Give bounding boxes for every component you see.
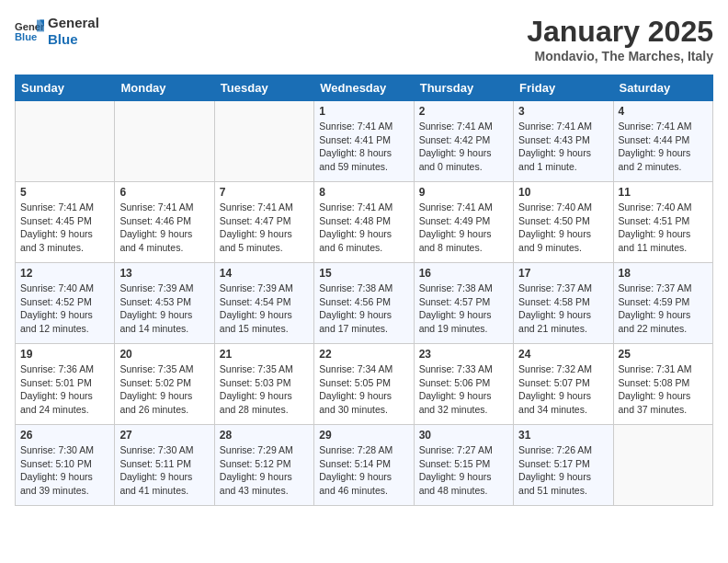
title-block: January 2025 Mondavio, The Marches, Ital… (527, 15, 713, 63)
calendar-day-25: 25Sunrise: 7:31 AMSunset: 5:08 PMDayligh… (613, 344, 712, 425)
day-number: 10 (518, 186, 608, 199)
calendar-table: SundayMondayTuesdayWednesdayThursdayFrid… (15, 75, 713, 506)
calendar-day-14: 14Sunrise: 7:39 AMSunset: 4:54 PMDayligh… (214, 263, 313, 344)
day-number: 1 (319, 105, 408, 118)
logo-blue: Blue (48, 31, 99, 48)
calendar-day-4: 4Sunrise: 7:41 AMSunset: 4:44 PMDaylight… (613, 101, 712, 182)
day-number: 23 (419, 348, 508, 361)
calendar-day-21: 21Sunrise: 7:35 AMSunset: 5:03 PMDayligh… (214, 344, 313, 425)
day-number: 2 (419, 105, 508, 118)
day-number: 21 (220, 348, 309, 361)
day-number: 16 (419, 267, 508, 280)
day-number: 4 (619, 105, 708, 118)
day-number: 24 (518, 348, 608, 361)
day-info: Sunrise: 7:41 AMSunset: 4:42 PMDaylight:… (419, 120, 508, 174)
calendar-day-17: 17Sunrise: 7:37 AMSunset: 4:58 PMDayligh… (514, 263, 613, 344)
day-number: 22 (319, 348, 408, 361)
calendar-day-7: 7Sunrise: 7:41 AMSunset: 4:47 PMDaylight… (214, 182, 313, 263)
day-info: Sunrise: 7:28 AMSunset: 5:14 PMDaylight:… (319, 443, 408, 498)
weekday-header-sunday: Sunday (16, 75, 115, 101)
day-info: Sunrise: 7:41 AMSunset: 4:48 PMDaylight:… (319, 201, 408, 255)
calendar-week-1: 1Sunrise: 7:41 AMSunset: 4:41 PMDaylight… (16, 101, 713, 182)
calendar-day-23: 23Sunrise: 7:33 AMSunset: 5:06 PMDayligh… (414, 344, 513, 425)
calendar-week-4: 19Sunrise: 7:36 AMSunset: 5:01 PMDayligh… (16, 344, 713, 425)
day-number: 3 (518, 105, 608, 118)
day-number: 13 (119, 267, 209, 280)
day-info: Sunrise: 7:33 AMSunset: 5:06 PMDaylight:… (419, 362, 508, 417)
weekday-header-tuesday: Tuesday (214, 75, 313, 101)
day-info: Sunrise: 7:37 AMSunset: 4:58 PMDaylight:… (518, 282, 608, 336)
calendar-day-19: 19Sunrise: 7:36 AMSunset: 5:01 PMDayligh… (16, 344, 115, 425)
day-info: Sunrise: 7:36 AMSunset: 5:01 PMDaylight:… (20, 362, 109, 417)
calendar-day-22: 22Sunrise: 7:34 AMSunset: 5:05 PMDayligh… (314, 344, 414, 425)
weekday-header-saturday: Saturday (613, 75, 712, 101)
calendar-day-24: 24Sunrise: 7:32 AMSunset: 5:07 PMDayligh… (514, 344, 613, 425)
day-number: 7 (220, 186, 309, 199)
day-number: 18 (619, 267, 708, 280)
empty-day (214, 101, 313, 182)
calendar-day-16: 16Sunrise: 7:38 AMSunset: 4:57 PMDayligh… (414, 263, 513, 344)
month-title: January 2025 (527, 15, 713, 49)
calendar-day-20: 20Sunrise: 7:35 AMSunset: 5:02 PMDayligh… (115, 344, 214, 425)
weekday-header-thursday: Thursday (414, 75, 513, 101)
calendar-day-12: 12Sunrise: 7:40 AMSunset: 4:52 PMDayligh… (16, 263, 115, 344)
day-number: 30 (419, 429, 508, 442)
day-info: Sunrise: 7:38 AMSunset: 4:56 PMDaylight:… (319, 282, 408, 336)
day-info: Sunrise: 7:40 AMSunset: 4:51 PMDaylight:… (619, 201, 708, 255)
day-info: Sunrise: 7:39 AMSunset: 4:54 PMDaylight:… (220, 282, 309, 336)
calendar-day-9: 9Sunrise: 7:41 AMSunset: 4:49 PMDaylight… (414, 182, 513, 263)
day-number: 11 (619, 186, 708, 199)
calendar-day-15: 15Sunrise: 7:38 AMSunset: 4:56 PMDayligh… (314, 263, 414, 344)
calendar-week-5: 26Sunrise: 7:30 AMSunset: 5:10 PMDayligh… (16, 425, 713, 506)
day-info: Sunrise: 7:35 AMSunset: 5:02 PMDaylight:… (119, 362, 209, 417)
day-info: Sunrise: 7:41 AMSunset: 4:47 PMDaylight:… (220, 201, 309, 255)
calendar-day-10: 10Sunrise: 7:40 AMSunset: 4:50 PMDayligh… (514, 182, 613, 263)
calendar-day-26: 26Sunrise: 7:30 AMSunset: 5:10 PMDayligh… (16, 425, 115, 506)
day-number: 31 (518, 429, 608, 442)
day-number: 5 (20, 186, 109, 199)
day-number: 27 (119, 429, 209, 442)
calendar-week-2: 5Sunrise: 7:41 AMSunset: 4:45 PMDaylight… (16, 182, 713, 263)
day-number: 19 (20, 348, 109, 361)
header: General Blue General Blue January 2025 M… (15, 15, 713, 63)
day-number: 20 (119, 348, 209, 361)
day-info: Sunrise: 7:41 AMSunset: 4:43 PMDaylight:… (518, 120, 608, 174)
location-subtitle: Mondavio, The Marches, Italy (527, 49, 713, 63)
logo-icon: General Blue (15, 18, 44, 44)
day-info: Sunrise: 7:35 AMSunset: 5:03 PMDaylight:… (220, 362, 309, 417)
day-info: Sunrise: 7:41 AMSunset: 4:49 PMDaylight:… (419, 201, 508, 255)
calendar-day-27: 27Sunrise: 7:30 AMSunset: 5:11 PMDayligh… (115, 425, 214, 506)
logo: General Blue General Blue (15, 15, 99, 48)
calendar-week-3: 12Sunrise: 7:40 AMSunset: 4:52 PMDayligh… (16, 263, 713, 344)
calendar-header: SundayMondayTuesdayWednesdayThursdayFrid… (16, 75, 713, 101)
calendar-day-30: 30Sunrise: 7:27 AMSunset: 5:15 PMDayligh… (414, 425, 513, 506)
day-number: 14 (220, 267, 309, 280)
day-info: Sunrise: 7:27 AMSunset: 5:15 PMDaylight:… (419, 443, 508, 498)
calendar-day-1: 1Sunrise: 7:41 AMSunset: 4:41 PMDaylight… (314, 101, 414, 182)
calendar-day-13: 13Sunrise: 7:39 AMSunset: 4:53 PMDayligh… (115, 263, 214, 344)
day-info: Sunrise: 7:41 AMSunset: 4:45 PMDaylight:… (20, 201, 109, 255)
empty-day (613, 425, 712, 506)
day-number: 8 (319, 186, 408, 199)
day-number: 28 (220, 429, 309, 442)
day-number: 12 (20, 267, 109, 280)
day-info: Sunrise: 7:41 AMSunset: 4:44 PMDaylight:… (619, 120, 708, 174)
svg-text:Blue: Blue (15, 31, 37, 42)
day-info: Sunrise: 7:41 AMSunset: 4:46 PMDaylight:… (119, 201, 209, 255)
calendar-day-28: 28Sunrise: 7:29 AMSunset: 5:12 PMDayligh… (214, 425, 313, 506)
day-info: Sunrise: 7:26 AMSunset: 5:17 PMDaylight:… (518, 443, 608, 498)
day-number: 15 (319, 267, 408, 280)
day-number: 17 (518, 267, 608, 280)
calendar-day-2: 2Sunrise: 7:41 AMSunset: 4:42 PMDaylight… (414, 101, 513, 182)
day-info: Sunrise: 7:29 AMSunset: 5:12 PMDaylight:… (220, 443, 309, 498)
calendar-day-29: 29Sunrise: 7:28 AMSunset: 5:14 PMDayligh… (314, 425, 414, 506)
calendar-day-31: 31Sunrise: 7:26 AMSunset: 5:17 PMDayligh… (514, 425, 613, 506)
calendar-day-3: 3Sunrise: 7:41 AMSunset: 4:43 PMDaylight… (514, 101, 613, 182)
logo-general: General (48, 15, 99, 31)
day-info: Sunrise: 7:37 AMSunset: 4:59 PMDaylight:… (619, 282, 708, 336)
weekday-header-friday: Friday (514, 75, 613, 101)
weekday-header-monday: Monday (115, 75, 214, 101)
day-number: 25 (619, 348, 708, 361)
day-info: Sunrise: 7:30 AMSunset: 5:11 PMDaylight:… (119, 443, 209, 498)
day-number: 6 (119, 186, 209, 199)
